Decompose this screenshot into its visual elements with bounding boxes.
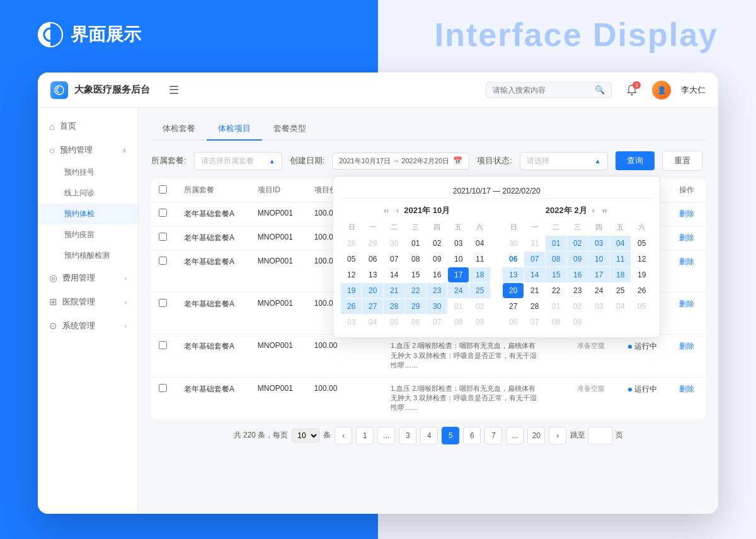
calendar-day[interactable]: 07 [427, 315, 447, 330]
calendar-day[interactable]: 19 [631, 267, 652, 282]
calendar-day[interactable]: 07 [524, 315, 545, 330]
next-month-btn2[interactable]: ›› [600, 205, 610, 216]
page-btn-7[interactable]: 7 [484, 427, 502, 444]
calendar-day[interactable]: 27 [362, 299, 383, 314]
calendar-day[interactable]: 09 [469, 315, 490, 330]
sidebar-item-system[interactable]: ⊙ 系统管理 › [38, 314, 138, 338]
calendar-day[interactable]: 21 [524, 283, 545, 298]
delete-button-4[interactable]: 删除 [679, 342, 694, 351]
calendar-day[interactable]: 03 [588, 236, 609, 251]
calendar-day[interactable]: 01 [546, 236, 566, 251]
calendar-day[interactable]: 04 [610, 299, 631, 314]
calendar-day[interactable]: 02 [469, 299, 490, 314]
delete-button-2[interactable]: 删除 [679, 257, 694, 266]
row-checkbox-2[interactable] [159, 257, 167, 265]
sidebar-child-exam[interactable]: 预约体检 [38, 204, 138, 224]
calendar-day[interactable]: 20 [503, 283, 524, 298]
calendar-day[interactable]: 19 [341, 283, 362, 298]
next-month-btn[interactable]: › [590, 205, 597, 216]
calendar-day[interactable]: 08 [546, 252, 566, 267]
calendar-day[interactable]: 09 [427, 252, 447, 267]
calendar-day[interactable]: 21 [384, 283, 404, 298]
row-checkbox-1[interactable] [159, 233, 167, 241]
calendar-day[interactable]: 23 [427, 283, 447, 298]
calendar-day[interactable]: 15 [546, 267, 566, 282]
calendar-day[interactable]: 07 [384, 252, 404, 267]
calendar-day[interactable]: 24 [588, 283, 609, 298]
calendar-day[interactable]: 22 [405, 283, 426, 298]
calendar-day[interactable]: 10 [448, 252, 469, 267]
calendar-day[interactable]: 05 [631, 236, 652, 251]
search-box[interactable]: 🔍 [486, 82, 612, 98]
calendar-day[interactable]: 30 [503, 236, 524, 251]
sidebar-child-online[interactable]: 线上问诊 [38, 183, 138, 204]
row-checkbox-5[interactable] [159, 384, 167, 392]
calendar-day[interactable]: 06 [503, 252, 524, 267]
calendar-day[interactable]: 13 [362, 267, 383, 282]
tab-items[interactable]: 体检项目 [207, 118, 262, 141]
reset-button[interactable]: 重置 [662, 151, 702, 171]
sidebar-child-test[interactable]: 预约核酸检测 [38, 245, 138, 266]
search-input[interactable] [493, 86, 595, 95]
calendar-day[interactable]: 05 [631, 299, 652, 314]
calendar-day[interactable]: 02 [427, 236, 447, 251]
calendar-day[interactable]: 04 [610, 236, 631, 251]
calendar-day[interactable]: 17 [588, 267, 609, 282]
calendar-day[interactable]: 03 [588, 299, 609, 314]
delete-button-1[interactable]: 删除 [679, 233, 694, 242]
calendar-day[interactable]: 20 [362, 283, 383, 298]
next-page-btn[interactable]: › [549, 427, 566, 444]
query-button[interactable]: 查询 [616, 151, 655, 170]
calendar-day[interactable]: 22 [546, 283, 566, 298]
page-btn-1[interactable]: 1 [356, 427, 374, 444]
page-size-select[interactable]: 10 20 50 [292, 429, 319, 443]
delete-button-3[interactable]: 删除 [679, 299, 694, 308]
calendar-day[interactable]: 08 [546, 315, 566, 330]
sidebar-child-register[interactable]: 预约挂号 [38, 162, 138, 183]
calendar-day[interactable]: 09 [567, 252, 588, 267]
package-select[interactable]: 请选择所属套餐 ▲ [194, 152, 282, 170]
calendar-day[interactable]: 10 [588, 252, 609, 267]
calendar-day[interactable]: 25 [610, 283, 631, 298]
calendar-day[interactable]: 14 [384, 267, 404, 282]
page-btn-3[interactable]: 3 [399, 427, 416, 444]
calendar-day[interactable]: 30 [427, 299, 447, 314]
sidebar-child-vaccine[interactable]: 预约疫苗 [38, 224, 138, 245]
sidebar-group-appointment-header[interactable]: ○ 预约管理 ∧ [38, 138, 138, 162]
calendar-day[interactable]: 18 [610, 267, 631, 282]
calendar-day[interactable]: 03 [341, 315, 362, 330]
calendar-day[interactable]: 18 [469, 267, 490, 282]
calendar-day[interactable]: 04 [362, 315, 383, 330]
row-checkbox-3[interactable] [159, 299, 167, 307]
calendar-day[interactable]: 12 [341, 267, 362, 282]
page-btn-20[interactable]: 20 [527, 427, 545, 444]
row-checkbox-0[interactable] [159, 209, 167, 217]
calendar-day[interactable]: 05 [384, 315, 404, 330]
calendar-day[interactable]: 28 [384, 299, 404, 314]
calendar-day[interactable]: 30 [384, 236, 404, 251]
calendar-day[interactable]: 29 [405, 299, 426, 314]
calendar-day[interactable]: 24 [448, 283, 469, 298]
calendar-day[interactable]: 08 [448, 315, 469, 330]
calendar-day[interactable]: 29 [362, 236, 383, 251]
tab-packages[interactable]: 体检套餐 [151, 118, 207, 141]
calendar-day[interactable]: 06 [503, 315, 524, 330]
calendar-day[interactable]: 14 [524, 267, 545, 282]
calendar-day[interactable]: 01 [405, 236, 426, 251]
status-select[interactable]: 请选择 ▲ [520, 152, 608, 170]
select-all-checkbox[interactable] [159, 185, 167, 194]
calendar-day[interactable]: 13 [503, 267, 524, 282]
page-jump-input[interactable] [588, 427, 613, 444]
page-btn-5[interactable]: 5 [442, 427, 459, 444]
sidebar-item-billing[interactable]: ◎ 费用管理 › [38, 266, 138, 290]
calendar-day[interactable]: 28 [341, 236, 362, 251]
notification-button[interactable]: 3 [622, 80, 642, 100]
calendar-day[interactable]: 06 [362, 252, 383, 267]
calendar-day[interactable]: 07 [524, 252, 545, 267]
sidebar-item-hospital[interactable]: ⊞ 医院管理 › [38, 290, 138, 314]
calendar-day[interactable]: 12 [631, 252, 652, 267]
page-btn-4[interactable]: 4 [420, 427, 438, 444]
delete-button-0[interactable]: 删除 [679, 209, 694, 218]
calendar-day[interactable]: 26 [631, 283, 652, 298]
calendar-day[interactable]: 01 [546, 299, 566, 314]
